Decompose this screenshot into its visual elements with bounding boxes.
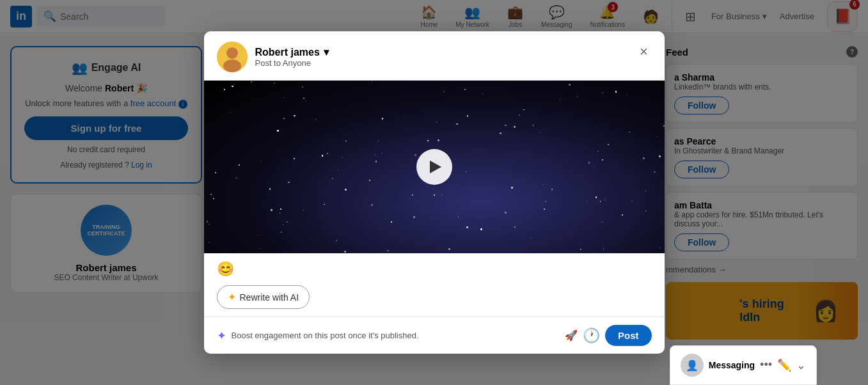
messaging-title: Messaging xyxy=(709,360,755,370)
messaging-icons: ••• ✏️ ⌄ xyxy=(760,358,806,372)
modal-avatar xyxy=(217,42,248,72)
modal-username: Robert james ▾ xyxy=(255,46,329,58)
modal-post-to: Post to Anyone xyxy=(255,58,329,68)
play-triangle-icon xyxy=(430,161,441,173)
modal-close-button[interactable]: × xyxy=(634,42,654,62)
rewrite-area: ✦ Rewrite with AI xyxy=(204,283,665,317)
post-submit-button[interactable]: Post xyxy=(605,325,652,346)
messaging-chevron-icon[interactable]: ⌄ xyxy=(796,358,806,372)
rocket-icon: 🚀 xyxy=(565,329,578,342)
emoji-button[interactable]: 😊 xyxy=(217,261,234,278)
ai-star-icon: ✦ xyxy=(228,291,236,303)
messaging-avatar-icon: 👤 xyxy=(686,359,698,372)
messaging-avatar: 👤 xyxy=(681,354,704,377)
avatar-image xyxy=(217,42,248,72)
svg-point-2 xyxy=(223,59,241,72)
boost-icon: ✦ xyxy=(217,329,226,343)
video-area[interactable] xyxy=(204,81,665,253)
messaging-options-icon[interactable]: ••• xyxy=(760,358,772,372)
boost-text: Boost engagement on this post once it's … xyxy=(232,331,560,340)
schedule-button[interactable]: 🕐 xyxy=(583,327,600,344)
play-button[interactable] xyxy=(416,149,452,185)
svg-point-1 xyxy=(226,47,238,59)
rewrite-ai-button[interactable]: ✦ Rewrite with AI xyxy=(217,285,310,309)
post-tools: 😊 xyxy=(204,253,665,283)
modal-overlay[interactable]: Robert james ▾ Post to Anyone × 😊 ✦ Re xyxy=(0,0,868,385)
messaging-compose-icon[interactable]: ✏️ xyxy=(777,358,791,372)
modal-user-info: Robert james ▾ Post to Anyone xyxy=(255,46,329,68)
modal-header: Robert james ▾ Post to Anyone × xyxy=(204,31,665,81)
boost-bar: ✦ Boost engagement on this post once it'… xyxy=(204,317,665,354)
post-modal: Robert james ▾ Post to Anyone × 😊 ✦ Re xyxy=(204,31,665,354)
dropdown-icon[interactable]: ▾ xyxy=(324,46,329,58)
messaging-bubble: 👤 Messaging ••• ✏️ ⌄ xyxy=(670,345,817,385)
